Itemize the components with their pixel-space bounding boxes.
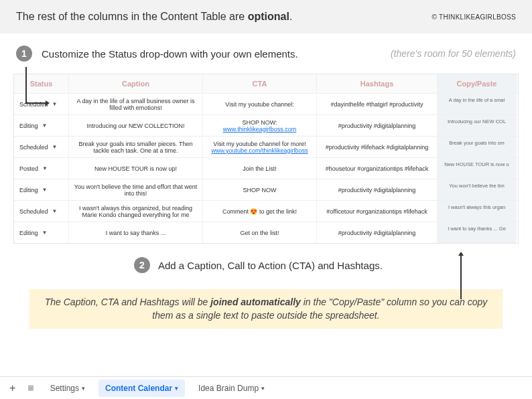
status-cell[interactable]: Editing▼: [14, 179, 69, 200]
header-text: The rest of the columns in the Content T…: [16, 11, 292, 23]
table-row: Posted▼New HOUSE TOUR is now up!Join the…: [14, 157, 518, 179]
cta-link[interactable]: www.youtube.com/thinklikeagirlboss: [211, 147, 308, 154]
copypaste-cell[interactable]: You won't believe the tim: [438, 179, 517, 200]
hashtags-cell[interactable]: #productivity #digitalplanning: [317, 115, 438, 136]
caption-cell[interactable]: I wasn't always this organized, but read…: [69, 201, 203, 222]
header-bold: optional: [248, 11, 289, 22]
step-2-badge: 2: [134, 257, 150, 273]
step-2-row: 2 Add a Caption, Call to Action (CTA) an…: [134, 257, 532, 273]
tab-settings-label: Settings: [50, 384, 79, 393]
status-label: Editing: [19, 230, 38, 236]
cta-text: Comment 😍 to get the link!: [222, 208, 297, 215]
table-header-row: Status Caption CTA Hashtags Copy/Paste: [14, 74, 518, 93]
th-hashtags: Hashtags: [317, 74, 438, 93]
table-row: Editing▼I want to say thanks ...Get on t…: [14, 222, 518, 243]
chevron-down-icon: ▼: [42, 165, 48, 171]
cta-cell[interactable]: SHOP NOW: [203, 179, 317, 200]
tab-content-calendar-label: Content Calendar: [105, 384, 172, 393]
step-1-badge: 1: [16, 46, 32, 62]
status-cell[interactable]: Editing▼: [14, 115, 69, 136]
chevron-down-icon: ▼: [52, 101, 58, 107]
chevron-down-icon: ▼: [52, 208, 58, 214]
hashtags-cell[interactable]: #dayinthelife #thatgirl #productivity: [317, 94, 438, 114]
status-label: Scheduled: [19, 101, 48, 108]
chevron-down-icon: ▾: [261, 385, 265, 392]
cta-text: Join the List!: [243, 165, 277, 172]
table-row: Editing▼You won't believe the time and e…: [14, 179, 518, 200]
cta-text: Get on the list!: [240, 230, 279, 236]
th-status: Status: [14, 74, 69, 93]
copypaste-cell[interactable]: Introducing our NEW COL: [438, 115, 517, 136]
chevron-down-icon: ▼: [52, 144, 58, 150]
th-cta: CTA: [203, 74, 317, 93]
hashtags-cell[interactable]: #officetour #organizationtips #lifehack: [317, 201, 438, 222]
status-label: Scheduled: [19, 208, 48, 215]
status-label: Editing: [19, 187, 38, 193]
copypaste-cell[interactable]: New HOUSE TOUR is now u: [438, 158, 517, 179]
cta-cell[interactable]: Comment 😍 to get the link!: [203, 201, 317, 222]
caption-cell[interactable]: You won't believe the time and effort th…: [69, 179, 203, 200]
status-label: Posted: [19, 165, 38, 172]
status-label: Scheduled: [19, 144, 48, 151]
tab-content-calendar[interactable]: Content Calendar▾: [98, 380, 185, 397]
caption-cell[interactable]: Break your goals into smaller pieces. Th…: [69, 137, 203, 157]
cta-cell[interactable]: Join the List!: [203, 158, 317, 179]
highlight-pre: The Caption, CTA and Hashtags will be: [45, 297, 210, 307]
cta-cell[interactable]: Visit my youtube channel:: [203, 94, 317, 114]
caption-cell[interactable]: I want to say thanks ...: [69, 222, 203, 243]
hashtags-cell[interactable]: #housetour #organizationtips #lifehack: [317, 158, 438, 179]
cta-text: SHOP NOW: [243, 187, 277, 193]
arrow-1: [25, 67, 27, 104]
status-cell[interactable]: Scheduled▼: [14, 137, 69, 157]
intro-header: The rest of the columns in the Content T…: [0, 0, 532, 33]
header-post: .: [289, 11, 292, 22]
step-1-hint: (there's room for 50 elements): [391, 48, 516, 59]
copypaste-cell[interactable]: A day in the life of a smal: [438, 94, 517, 114]
table-body: Scheduled▼A day in the life of a small b…: [14, 93, 518, 243]
caption-cell[interactable]: Introducing our NEW COLLECTION!: [69, 115, 203, 136]
copypaste-cell[interactable]: Break your goals into sm: [438, 137, 517, 157]
caption-cell[interactable]: A day in the life of a small business ow…: [69, 94, 203, 114]
cta-cell[interactable]: Visit my youtube channel for more!www.yo…: [203, 137, 317, 157]
highlight-note: The Caption, CTA and Hashtags will be jo…: [29, 289, 503, 329]
status-cell[interactable]: Scheduled▼: [14, 94, 69, 114]
cta-cell[interactable]: Get on the list!: [203, 222, 317, 243]
table-row: Scheduled▼Break your goals into smaller …: [14, 136, 518, 157]
cta-link[interactable]: www.thinklikeagirlboss.com: [223, 126, 297, 133]
table-row: Scheduled▼I wasn't always this organized…: [14, 200, 518, 222]
highlight-bold: joined automatically: [210, 297, 301, 307]
content-table: Status Caption CTA Hashtags Copy/Paste S…: [13, 74, 519, 244]
status-cell[interactable]: Posted▼: [14, 158, 69, 179]
th-caption: Caption: [69, 74, 203, 93]
chevron-down-icon: ▾: [175, 385, 178, 392]
copypaste-cell[interactable]: I wasn't always this organ: [438, 201, 517, 222]
hashtags-cell[interactable]: #productivity #lifehack #digitalplanning: [317, 137, 438, 157]
th-copy: Copy/Paste: [438, 74, 517, 93]
hashtags-cell[interactable]: #productivity #digitalplanning: [317, 179, 438, 200]
header-pre: The rest of the columns in the Content T…: [16, 11, 248, 22]
add-sheet-button[interactable]: +: [7, 382, 18, 394]
status-cell[interactable]: Editing▼: [14, 222, 69, 243]
status-cell[interactable]: Scheduled▼: [14, 201, 69, 222]
step-1-row: 1 Customize the Status drop-down with yo…: [0, 33, 532, 67]
status-label: Editing: [19, 123, 38, 129]
copyright-text: © THINKLIKEAGIRLBOSS: [432, 13, 516, 21]
hashtags-cell[interactable]: #productivity #digitalplanning: [317, 222, 438, 243]
chevron-down-icon: ▾: [82, 385, 85, 392]
tab-settings[interactable]: Settings▾: [44, 380, 92, 397]
chevron-down-icon: ▼: [42, 123, 48, 129]
chevron-down-icon: ▼: [42, 230, 48, 236]
copypaste-cell[interactable]: I want to say thanks ... Ge: [438, 222, 517, 243]
step-2-text: Add a Caption, Call to Action (CTA) and …: [158, 260, 383, 271]
tab-idea-brain-dump[interactable]: Idea Brain Dump▾: [192, 380, 271, 397]
all-sheets-button[interactable]: ≡: [25, 382, 36, 394]
sheet-tabs-bar: + ≡ Settings▾ Content Calendar▾ Idea Bra…: [0, 376, 532, 399]
table-row: Scheduled▼A day in the life of a small b…: [14, 93, 518, 114]
cta-text: SHOP NOW:: [242, 119, 277, 126]
chevron-down-icon: ▼: [42, 187, 48, 193]
caption-cell[interactable]: New HOUSE TOUR is now up!: [69, 158, 203, 179]
cta-text: Visit my youtube channel:: [225, 101, 293, 108]
cta-cell[interactable]: SHOP NOW:www.thinklikeagirlboss.com: [203, 115, 317, 136]
cta-text: Visit my youtube channel for more!: [213, 141, 306, 147]
table-row: Editing▼Introducing our NEW COLLECTION!S…: [14, 114, 518, 136]
